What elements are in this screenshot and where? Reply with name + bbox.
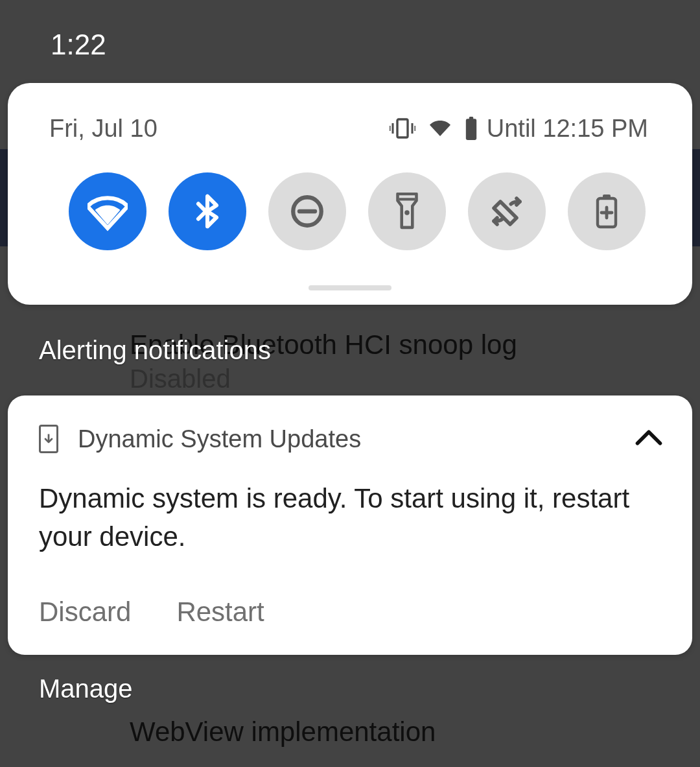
background-setting-row: WebView implementation bbox=[130, 716, 436, 748]
svg-rect-5 bbox=[466, 119, 476, 140]
manage-button[interactable]: Manage bbox=[39, 674, 133, 703]
system-update-icon bbox=[39, 425, 58, 453]
notification-header: Dynamic System Updates bbox=[39, 423, 665, 455]
status-clock: 1:22 bbox=[51, 29, 106, 61]
svg-rect-12 bbox=[603, 195, 611, 199]
auto-rotate-icon bbox=[487, 192, 526, 231]
qs-flashlight-tile[interactable] bbox=[368, 172, 446, 250]
notification-app-name: Dynamic System Updates bbox=[78, 425, 361, 453]
qs-date: Fri, Jul 10 bbox=[49, 115, 158, 143]
wifi-icon bbox=[427, 118, 453, 139]
chevron-up-icon bbox=[635, 429, 662, 449]
notification-actions: Discard Restart bbox=[39, 596, 665, 628]
qs-wifi-tile[interactable] bbox=[69, 172, 146, 250]
background-setting-title: WebView implementation bbox=[130, 716, 436, 748]
battery-icon bbox=[465, 117, 478, 140]
vibrate-icon bbox=[390, 118, 415, 139]
svg-point-10 bbox=[404, 210, 409, 215]
restart-button[interactable]: Restart bbox=[176, 596, 264, 628]
alerting-section-label: Alerting notifications bbox=[39, 336, 271, 365]
quick-settings-panel: Fri, Jul 10 Until 12:15 PM bbox=[8, 83, 692, 305]
bluetooth-icon bbox=[189, 193, 226, 230]
do-not-disturb-icon bbox=[288, 193, 326, 230]
status-icons bbox=[390, 117, 478, 140]
qs-dnd-tile[interactable] bbox=[268, 172, 346, 250]
notification-card[interactable]: Dynamic System Updates Dynamic system is… bbox=[8, 395, 692, 655]
collapse-button[interactable] bbox=[633, 423, 665, 455]
svg-rect-0 bbox=[397, 119, 408, 137]
qs-battery-saver-tile[interactable] bbox=[568, 172, 646, 250]
wifi-icon bbox=[88, 191, 128, 231]
discard-button[interactable]: Discard bbox=[39, 596, 131, 628]
qs-until-label: Until 12:15 PM bbox=[487, 115, 648, 143]
background-setting-subtitle: Disabled bbox=[130, 364, 517, 394]
svg-rect-6 bbox=[469, 117, 473, 119]
qs-autorotate-tile[interactable] bbox=[468, 172, 546, 250]
notification-body: Dynamic system is ready. To start using … bbox=[39, 480, 665, 556]
battery-saver-icon bbox=[594, 193, 620, 230]
quick-settings-header: Fri, Jul 10 Until 12:15 PM bbox=[8, 115, 692, 141]
qs-bluetooth-tile[interactable] bbox=[169, 172, 246, 250]
quick-settings-tiles bbox=[8, 141, 692, 250]
qs-expand-handle[interactable] bbox=[309, 285, 391, 290]
flashlight-icon bbox=[391, 193, 423, 230]
